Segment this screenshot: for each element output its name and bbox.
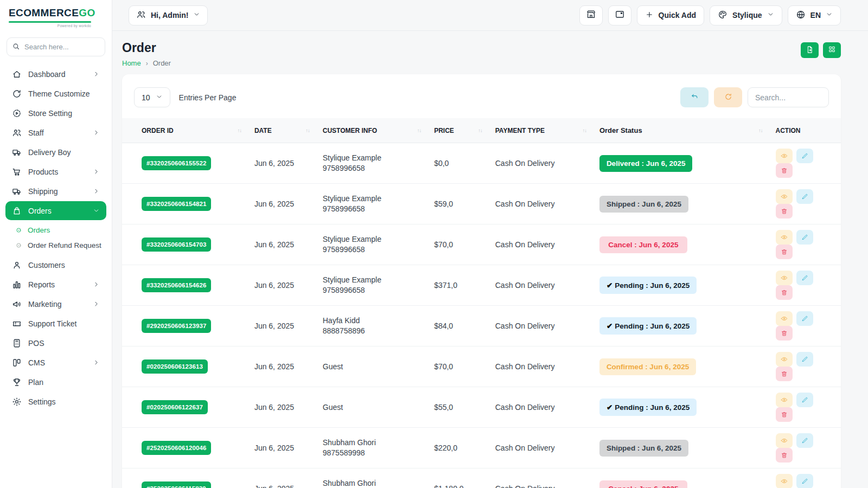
sidebar-item-delivery-boy[interactable]: Delivery Boy (5, 143, 106, 162)
orders-table: ORDER ID↑↓DATE↑↓CUSTOMER INFO↑↓PRICE↑↓PA… (122, 118, 841, 488)
view-order-button[interactable] (776, 393, 793, 407)
column-header-payment-type[interactable]: PAYMENT TYPE↑↓ (489, 118, 593, 143)
users-icon (136, 10, 146, 21)
breadcrumb-home-link[interactable]: Home (122, 59, 141, 67)
sidebar-item-cms[interactable]: CMS (5, 353, 106, 372)
order-date: Jun 6, 2025 (248, 143, 316, 184)
sidebar-item-label: Customers (28, 261, 100, 269)
delete-order-button[interactable] (776, 407, 793, 422)
sidebar-item-staff[interactable]: Staff (5, 123, 106, 142)
storefront-button[interactable] (579, 5, 603, 25)
entries-per-page-select[interactable]: 10 (134, 87, 170, 107)
order-id-badge[interactable]: #2520250606115839 (142, 481, 211, 488)
delete-order-button[interactable] (776, 204, 793, 219)
edit-order-button[interactable] (796, 149, 813, 163)
grid-view-button[interactable] (823, 42, 841, 58)
delete-order-button[interactable] (776, 163, 793, 178)
order-id-badge[interactable]: #020250606123613 (142, 359, 208, 374)
order-id-badge[interactable]: #3320250606154703 (142, 237, 211, 252)
chevron-right-icon (93, 168, 100, 175)
view-order-button[interactable] (776, 352, 793, 367)
chevron-right-icon (93, 188, 100, 195)
edit-order-button[interactable] (796, 189, 813, 204)
chevron-down-icon (156, 93, 163, 100)
sidebar-item-reports[interactable]: Reports (5, 275, 106, 294)
delete-order-button[interactable] (776, 367, 793, 381)
pencil-icon (801, 193, 808, 200)
posts-button[interactable] (608, 5, 631, 25)
edit-order-button[interactable] (796, 311, 813, 326)
edit-order-button[interactable] (796, 352, 813, 367)
chevron-down-icon (156, 93, 163, 102)
sidebar-item-pos[interactable]: POS (5, 333, 106, 352)
sidebar-item-shipping[interactable]: Shipping (5, 182, 106, 201)
sidebar-menu: DashboardTheme CustomizeStore SettingSta… (0, 63, 112, 420)
edit-order-button[interactable] (796, 433, 813, 448)
sidebar-item-settings[interactable]: Settings (5, 392, 106, 411)
sidebar-item-label: Settings (28, 397, 100, 406)
delete-order-button[interactable] (776, 448, 793, 463)
language-select-button[interactable]: EN (788, 5, 841, 25)
edit-order-button[interactable] (796, 271, 813, 285)
delete-order-button[interactable] (776, 285, 793, 300)
order-id-badge[interactable]: #3320250606154626 (142, 278, 211, 292)
order-id-badge[interactable]: #3320250606155522 (142, 156, 211, 170)
sidebar-subitem-orders[interactable]: Orders (0, 222, 112, 237)
edit-order-button[interactable] (796, 474, 813, 488)
pencil-icon (801, 478, 808, 485)
sidebar-item-customers[interactable]: Customers (5, 255, 106, 274)
table-search-input[interactable] (748, 87, 829, 107)
column-header-price[interactable]: PRICE↑↓ (427, 118, 489, 143)
file-export-icon (806, 46, 814, 55)
column-header-date[interactable]: DATE↑↓ (248, 118, 316, 143)
theme-select-button[interactable]: Stylique (710, 5, 782, 25)
view-order-button[interactable] (776, 311, 793, 326)
brand-logo[interactable]: ECOMMERCEGO Powered by workdo (0, 0, 112, 31)
customer-phone: 9875589998 (323, 448, 421, 458)
sidebar-search-input[interactable] (7, 37, 105, 56)
chevron-down-icon (93, 207, 100, 214)
order-id-badge[interactable]: #2920250606123937 (142, 319, 211, 333)
payment-type: Cash On Delivery (489, 306, 593, 346)
topbar: Hi, Admin! Quick Add Stylique EN (112, 0, 868, 31)
column-header-order-id[interactable]: ORDER ID↑↓ (122, 118, 248, 143)
megaphone-icon (12, 299, 22, 309)
sidebar-item-store-setting[interactable]: Store Setting (5, 104, 106, 123)
sidebar-item-plan[interactable]: Plan (5, 373, 106, 391)
sidebar-item-marketing[interactable]: Marketing (5, 294, 106, 313)
sidebar-item-theme-customize[interactable]: Theme Customize (5, 84, 106, 103)
sidebar-item-support-ticket[interactable]: Support Ticket (5, 314, 106, 333)
sidebar-subitem-order-refund-request[interactable]: Order Refund Request (0, 237, 112, 253)
view-order-button[interactable] (776, 271, 793, 285)
sidebar-item-products[interactable]: Products (5, 162, 106, 181)
order-id-badge[interactable]: #2520250606120046 (142, 441, 211, 455)
page-title: Order (122, 41, 171, 55)
order-id-badge[interactable]: #3320250606154821 (142, 197, 211, 211)
admin-menu-button[interactable]: Hi, Admin! (129, 5, 208, 25)
gear-icon (12, 397, 22, 407)
table-row: #020250606123613Jun 6, 2025Guest$70,0Cas… (122, 346, 841, 387)
reset-filters-button[interactable] (680, 87, 709, 107)
sort-icon: ↑↓ (237, 127, 241, 133)
sidebar-item-dashboard[interactable]: Dashboard (5, 65, 106, 84)
quick-add-button[interactable]: Quick Add (637, 5, 705, 25)
order-id-badge[interactable]: #020250606122637 (142, 400, 208, 414)
view-order-button[interactable] (776, 474, 793, 488)
view-order-button[interactable] (776, 189, 793, 204)
refresh-button[interactable] (714, 87, 742, 107)
edit-order-button[interactable] (796, 393, 813, 407)
view-order-button[interactable] (776, 149, 793, 163)
delete-order-button[interactable] (776, 245, 793, 259)
pos-icon (12, 338, 22, 348)
sidebar-item-orders[interactable]: Orders (5, 201, 106, 220)
delete-order-button[interactable] (776, 326, 793, 341)
status-badge: Shipped : Jun 6, 2025 (599, 440, 688, 457)
sort-icon: ↑↓ (758, 127, 763, 133)
edit-order-button[interactable] (796, 230, 813, 245)
view-order-button[interactable] (776, 230, 793, 245)
chevron-right-icon (93, 129, 100, 136)
view-order-button[interactable] (776, 433, 793, 448)
export-button[interactable] (801, 42, 819, 58)
column-header-customer-info[interactable]: CUSTOMER INFO↑↓ (316, 118, 427, 143)
column-header-order-status[interactable]: Order Status↑↓ (593, 118, 769, 143)
